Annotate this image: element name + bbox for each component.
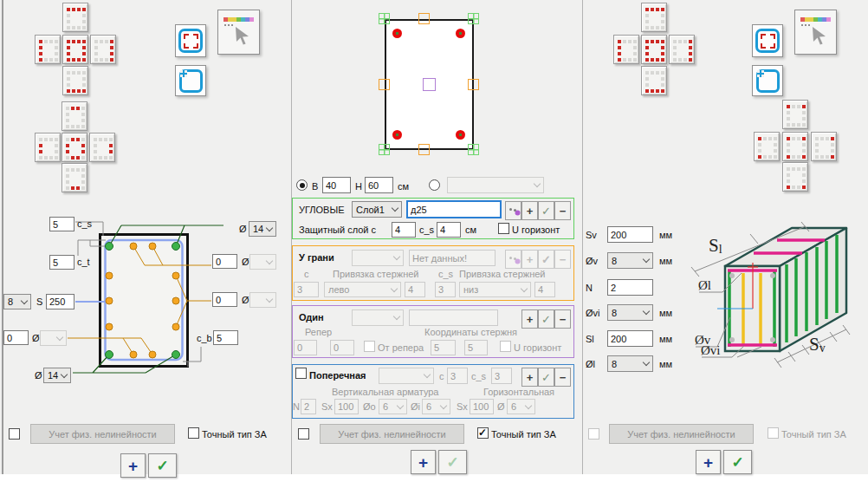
pattern-right-middle-button[interactable] [89,133,115,162]
pattern-bottom-corners-button[interactable] [782,162,808,192]
transverse-c-label: с [439,371,444,381]
pattern-right-corners-button[interactable] [811,132,837,161]
transverse-c-input [447,368,468,384]
corner-handle-tr[interactable] [468,13,479,24]
nonlinear-checkbox[interactable] [298,428,309,440]
transverse-remove-button[interactable]: − [554,368,571,387]
size-by-profile-radio[interactable] [429,179,440,191]
edge-title: У грани [299,252,334,263]
pattern-perimeter-button[interactable] [62,35,88,64]
add-button[interactable]: + [411,450,436,474]
single-title: Один [299,312,324,322]
edge-handle-right[interactable] [468,79,479,90]
ct-input[interactable] [49,255,74,270]
pattern-all-middle-button[interactable] [62,133,87,162]
pattern-left-edge-button[interactable] [613,35,639,64]
b-label: B [312,181,318,192]
single-add-button[interactable]: + [521,309,538,329]
protect-cs-input[interactable] [437,222,461,238]
sl-input[interactable] [607,330,653,347]
sl-label: Sl [586,334,594,344]
pattern-all-corners-button[interactable] [782,132,808,161]
corner-handle-br[interactable] [468,144,479,155]
pattern-left-edge-button[interactable] [35,35,61,64]
corner-apply-button[interactable]: ✓ [538,201,554,220]
edge-remove-button: − [554,250,571,269]
single-apply-button[interactable]: ✓ [538,309,554,329]
ov-select[interactable]: 8 [607,252,653,269]
edge-dir1-select: лево [324,282,401,297]
pattern-right-edge-button[interactable] [90,35,116,64]
n-label: N [586,283,593,293]
left-mid-dia-label: Ø [32,333,40,343]
pattern-right-edge-button[interactable] [669,35,695,64]
n-input[interactable] [607,279,653,296]
pattern-top-corners-button[interactable] [782,100,808,129]
pattern-dots-icon [509,208,512,211]
sv-input[interactable] [607,226,653,243]
pattern-top-middle-button[interactable] [62,101,87,131]
dia-bottom-select[interactable]: 14 [43,368,71,383]
add-button[interactable]: + [120,453,146,478]
size-by-dimensions-radio[interactable] [296,179,308,191]
corner-add-button[interactable]: + [521,201,538,220]
apply-button[interactable]: ✓ [148,453,177,478]
contour-reinforcement-button[interactable] [752,24,783,57]
protect-c-input[interactable] [392,222,416,238]
exact-type-checkbox[interactable] [477,427,489,439]
h-input[interactable] [365,177,393,193]
corner-handle-tl[interactable] [379,13,390,24]
corner-bars-input[interactable] [406,200,502,218]
nonlinear-button: Учет физ. нелинейности [30,424,175,444]
pattern-left-middle-button[interactable] [35,133,61,162]
sl-unit: мм [659,334,672,344]
transverse-add-button[interactable]: + [521,368,538,387]
exact-type-checkbox[interactable] [188,427,199,439]
center-handle[interactable] [423,78,436,91]
corner-pattern-button[interactable] [505,201,521,220]
pattern-bottom-edge-button[interactable] [62,66,88,95]
stirrup-step-input[interactable] [46,294,74,309]
pattern-bottom-middle-button[interactable] [62,163,87,192]
pattern-perimeter-button[interactable] [641,35,667,64]
add-contour-button[interactable] [752,65,783,96]
right-mid-count-input[interactable] [212,292,237,307]
edge-handle-bottom[interactable] [418,144,430,155]
contour-reinforcement-button[interactable] [175,24,206,57]
corner-handle-bl[interactable] [379,144,390,155]
ol-dim-label: Øl [698,278,711,292]
pattern-left-corners-button[interactable] [754,132,780,161]
layer-select[interactable]: Слой1 [352,201,402,218]
edge-handle-top[interactable] [418,13,430,24]
b-input[interactable] [322,177,351,193]
right-top-count-input[interactable] [212,254,237,269]
nonlinear-checkbox[interactable] [9,428,20,440]
pattern-top-edge-button[interactable] [62,3,88,32]
pattern-top-edge-button[interactable] [641,3,667,32]
sv-dim-label: Sv [809,334,826,355]
reinforcement-dialog: c_s c_t Ø 14 Ø Ø 8 S Ø Ø 14 c_b Учет физ… [0,0,868,482]
pattern-bottom-edge-button[interactable] [641,66,667,95]
stirrup-dia-select[interactable]: 8 [3,294,31,309]
edge-handle-left[interactable] [379,79,390,90]
add-button[interactable]: + [696,450,721,474]
add-contour-button[interactable] [175,65,206,96]
pick-color-scale-button[interactable] [217,10,260,55]
cb-input[interactable] [213,330,238,345]
corner-rebar-bl [392,130,402,140]
from-reper-checkbox [364,341,375,352]
apply-button[interactable]: ✓ [438,450,467,474]
left-mid-count-input[interactable] [3,330,29,345]
pick-color-scale-button[interactable] [794,10,837,55]
ol-select[interactable]: 8 [607,355,653,372]
single-remove-button[interactable]: − [554,309,571,329]
ovi-select[interactable]: 8 [607,304,653,321]
dia-top-select[interactable]: 14 [249,221,276,237]
apply-button[interactable]: ✓ [723,450,752,474]
cs-top-input[interactable] [49,217,74,231]
corner-remove-button[interactable]: − [554,201,571,220]
transverse-checkbox[interactable] [295,368,307,379]
ov-dim-label: Øv [695,333,711,347]
transverse-apply-button[interactable]: ✓ [538,368,554,387]
u-horizont-checkbox[interactable] [498,223,509,234]
